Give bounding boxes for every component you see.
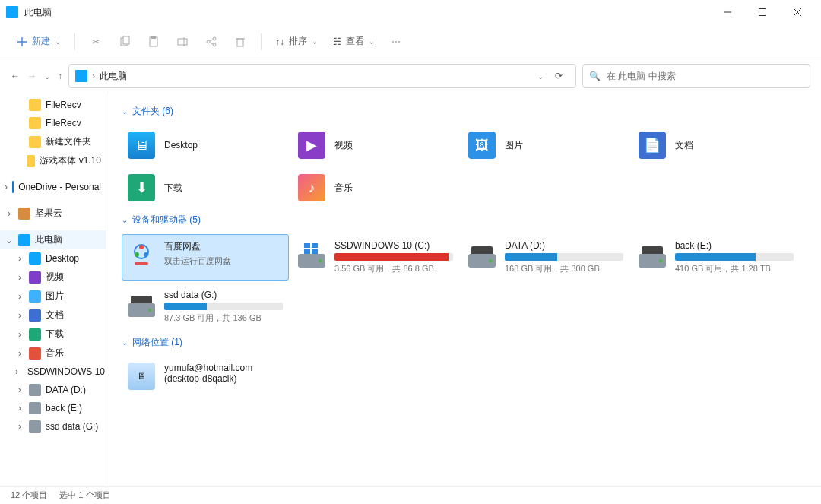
- sidebar-item-label: 新建文件夹: [46, 135, 91, 148]
- more-button[interactable]: ⋯: [384, 29, 410, 55]
- folder-name: 文档: [675, 139, 693, 152]
- folder-name: 音乐: [334, 182, 353, 195]
- expand-icon[interactable]: ›: [15, 348, 24, 359]
- forward-button[interactable]: →: [27, 71, 36, 81]
- share-icon: [205, 36, 217, 48]
- folder-icon: 📄: [639, 132, 666, 159]
- folder-icon: 🖥: [128, 132, 155, 159]
- sidebar-item[interactable]: ›视频: [0, 268, 106, 287]
- folder-item[interactable]: 🖼图片: [462, 125, 629, 165]
- baidu-netdisk-icon: [128, 240, 155, 268]
- copy-button[interactable]: [112, 29, 138, 55]
- drive-info: ssd data (G:)87.3 GB 可用，共 136 GB: [164, 290, 283, 324]
- drive-item[interactable]: DATA (D:)168 GB 可用，共 300 GB: [462, 234, 629, 281]
- sidebar-item[interactable]: ›OneDrive - Personal: [0, 178, 106, 196]
- sidebar-item[interactable]: ›ssd data (G:): [0, 417, 106, 436]
- drive-item[interactable]: back (E:)410 GB 可用，共 1.28 TB: [632, 234, 800, 281]
- svg-point-20: [139, 245, 144, 249]
- drive-usage-fill: [334, 253, 449, 261]
- drive-item[interactable]: 百度网盘双击运行百度网盘: [122, 234, 289, 281]
- sidebar-item[interactable]: ›音乐: [0, 344, 106, 363]
- expand-icon[interactable]: ›: [15, 329, 24, 340]
- sidebar-item-label: back (E:): [46, 403, 82, 414]
- path-segment[interactable]: 此电脑: [100, 70, 127, 83]
- expand-icon[interactable]: ›: [5, 208, 14, 219]
- expand-icon[interactable]: ›: [15, 385, 24, 395]
- rename-button[interactable]: [170, 29, 195, 55]
- expand-icon[interactable]: ›: [15, 272, 24, 283]
- folder-item[interactable]: ▶视频: [292, 125, 459, 165]
- minimize-button[interactable]: [710, 0, 745, 24]
- group-folders-header[interactable]: ⌄ 文件夹 (6): [122, 105, 806, 118]
- folder-icon: ▶: [298, 132, 325, 159]
- path-box[interactable]: › 此电脑 ⌄ ⟳: [68, 64, 576, 88]
- sidebar-item-label: 图片: [46, 290, 64, 303]
- maximize-button[interactable]: [745, 0, 780, 24]
- sidebar-item[interactable]: ›图片: [0, 287, 106, 306]
- back-button[interactable]: ←: [11, 71, 20, 81]
- sidebar-item[interactable]: ⌄此电脑: [0, 230, 106, 249]
- recent-dropdown[interactable]: ⌄: [44, 72, 50, 81]
- trash-icon: [234, 36, 246, 48]
- expand-icon[interactable]: ⌄: [5, 235, 14, 246]
- expand-icon[interactable]: ›: [15, 291, 24, 302]
- path-dropdown-icon[interactable]: ⌄: [537, 72, 544, 81]
- drive-stat: 3.56 GB 可用，共 86.8 GB: [334, 263, 453, 274]
- group-drives-title: 设备和驱动器 (5): [132, 214, 201, 227]
- refresh-button[interactable]: ⟳: [548, 71, 569, 81]
- folder-icon: ♪: [298, 174, 325, 201]
- sidebar-item-icon: [29, 136, 41, 148]
- folder-item[interactable]: ⬇下载: [122, 168, 289, 208]
- sidebar-item[interactable]: ›Desktop: [0, 249, 106, 268]
- sidebar-item[interactable]: ›文档: [0, 306, 106, 325]
- folder-item[interactable]: 🖥Desktop: [122, 125, 289, 165]
- network-name: yumufa@hotmail.com: [164, 363, 252, 373]
- sidebar-item-label: ssd data (G:): [46, 421, 98, 432]
- folder-item[interactable]: 📄文档: [632, 125, 800, 165]
- sidebar-item[interactable]: ›SSDWINDOWS 10 (C:): [0, 363, 106, 381]
- folder-item[interactable]: ♪音乐: [292, 168, 459, 208]
- new-label: 新建: [32, 35, 50, 48]
- drive-usage-fill: [164, 303, 207, 310]
- view-button[interactable]: ☵ 查看 ⌄: [327, 32, 381, 51]
- group-drives-header[interactable]: ⌄ 设备和驱动器 (5): [122, 214, 806, 227]
- delete-button[interactable]: [227, 29, 253, 55]
- sidebar-item-label: 音乐: [46, 347, 64, 360]
- rename-icon: [176, 36, 189, 48]
- sidebar-item-icon: [29, 252, 41, 265]
- toolbar: 新建 ⌄ ✂ ↑↓ 排序 ⌄ ☵ 查看 ⌄ ⋯: [0, 24, 821, 59]
- group-network-header[interactable]: ⌄ 网络位置 (1): [122, 336, 806, 349]
- share-button[interactable]: [198, 29, 224, 55]
- sidebar-item[interactable]: ›坚果云: [0, 204, 106, 223]
- network-item[interactable]: 🖥yumufa@hotmail.com(desktop-d8qacik): [122, 357, 319, 396]
- search-input[interactable]: [607, 71, 804, 81]
- sidebar-item[interactable]: ›back (E:): [0, 399, 106, 417]
- expand-icon[interactable]: ›: [15, 366, 18, 377]
- search-box[interactable]: 🔍: [582, 64, 810, 88]
- sidebar-item[interactable]: 游戏本体 v1.10: [0, 151, 106, 170]
- close-button[interactable]: [780, 0, 815, 24]
- sidebar-item[interactable]: ›下载: [0, 325, 106, 344]
- paste-button[interactable]: [141, 29, 166, 55]
- drive-item[interactable]: ssd data (G:)87.3 GB 可用，共 136 GB: [122, 284, 289, 330]
- chevron-down-icon: ⌄: [122, 107, 128, 116]
- expand-icon[interactable]: ›: [15, 253, 24, 264]
- sort-button[interactable]: ↑↓ 排序 ⌄: [269, 32, 324, 51]
- svg-point-22: [144, 252, 148, 257]
- sidebar-item[interactable]: 新建文件夹: [0, 132, 106, 151]
- drive-stat: 168 GB 可用，共 300 GB: [505, 263, 623, 274]
- sidebar-item[interactable]: FileRecv: [0, 96, 106, 114]
- plus-icon: [17, 36, 27, 47]
- up-button[interactable]: ↑: [58, 71, 62, 81]
- expand-icon[interactable]: ›: [15, 403, 24, 414]
- drive-name: back (E:): [675, 240, 794, 251]
- expand-icon[interactable]: ›: [5, 182, 8, 192]
- expand-icon[interactable]: ›: [15, 421, 24, 432]
- new-button[interactable]: 新建 ⌄: [11, 32, 67, 51]
- sidebar-item[interactable]: FileRecv: [0, 114, 106, 132]
- folder-name: Desktop: [164, 140, 198, 151]
- drive-item[interactable]: SSDWINDOWS 10 (C:)3.56 GB 可用，共 86.8 GB: [292, 234, 459, 281]
- cut-button[interactable]: ✂: [83, 29, 109, 55]
- sidebar-item[interactable]: ›DATA (D:): [0, 381, 106, 399]
- expand-icon[interactable]: ›: [15, 310, 24, 321]
